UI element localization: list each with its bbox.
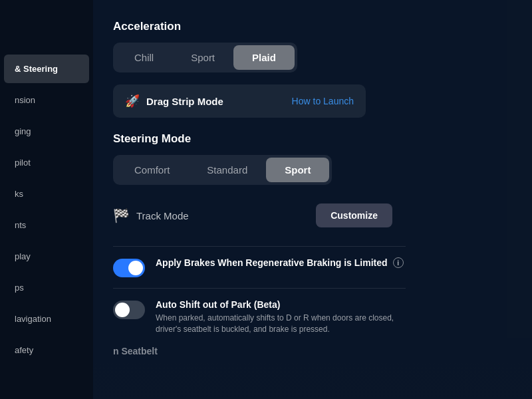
braking-slider bbox=[113, 259, 145, 277]
braking-toggle-row: Apply Brakes When Regenerative Braking i… bbox=[113, 257, 406, 277]
auto-shift-toggle-text: Auto Shift out of Park (Beta) When parke… bbox=[156, 299, 406, 335]
sidebar-item-display[interactable]: play bbox=[4, 242, 89, 271]
drag-strip-row[interactable]: 🚀 Drag Strip Mode How to Launch bbox=[113, 84, 366, 118]
customize-button[interactable]: Customize bbox=[316, 203, 392, 227]
seatbelt-label: n Seatbelt bbox=[113, 346, 512, 356]
sidebar-item-logging[interactable]: ging bbox=[4, 117, 89, 146]
acceleration-chill-button[interactable]: Chill bbox=[116, 45, 172, 70]
auto-shift-toggle[interactable] bbox=[113, 301, 145, 319]
auto-shift-toggle-title: Auto Shift out of Park (Beta) bbox=[156, 299, 406, 310]
auto-shift-slider bbox=[113, 301, 145, 319]
auto-shift-knob bbox=[115, 303, 130, 317]
drag-strip-label: Drag Strip Mode bbox=[146, 96, 223, 107]
sidebar-item-apps[interactable]: ps bbox=[4, 273, 89, 302]
steering-options: Comfort Standard Sport bbox=[113, 155, 332, 185]
track-mode-row: 🏁 Track Mode Customize bbox=[113, 197, 392, 234]
acceleration-sport-button[interactable]: Sport bbox=[172, 45, 233, 70]
divider-2 bbox=[113, 288, 406, 289]
how-to-launch-link[interactable]: How to Launch bbox=[292, 96, 354, 106]
braking-toggle[interactable] bbox=[113, 259, 145, 277]
sidebar-item-suspension[interactable]: nsion bbox=[4, 86, 89, 114]
braking-toggle-title: Apply Brakes When Regenerative Braking i… bbox=[156, 257, 406, 268]
acceleration-options: Chill Sport Plaid bbox=[113, 43, 297, 72]
auto-shift-toggle-row: Auto Shift out of Park (Beta) When parke… bbox=[113, 299, 406, 335]
braking-knob bbox=[128, 261, 143, 275]
sidebar-item-safety[interactable]: afety bbox=[4, 336, 89, 364]
sidebar-item-ks[interactable]: ks bbox=[4, 180, 89, 208]
flag-icon: 🏁 bbox=[113, 207, 130, 223]
acceleration-plaid-button[interactable]: Plaid bbox=[233, 45, 295, 70]
track-mode-left: 🏁 Track Mode bbox=[113, 207, 189, 223]
sidebar-item-nts[interactable]: nts bbox=[4, 211, 89, 239]
main-content: Acceleration Chill Sport Plaid 🚀 Drag St… bbox=[93, 0, 532, 399]
braking-toggle-text: Apply Brakes When Regenerative Braking i… bbox=[156, 257, 406, 268]
divider-1 bbox=[113, 246, 406, 247]
sidebar-item-autopilot[interactable]: pilot bbox=[4, 148, 89, 177]
auto-shift-desc: When parked, automatically shifts to D o… bbox=[156, 313, 406, 335]
steering-sport-button[interactable]: Sport bbox=[266, 158, 329, 182]
steering-comfort-button[interactable]: Comfort bbox=[116, 158, 188, 182]
steering-standard-button[interactable]: Standard bbox=[188, 158, 266, 182]
steering-title: Steering Mode bbox=[113, 132, 512, 146]
braking-info-icon[interactable]: i bbox=[393, 257, 404, 268]
track-mode-label: Track Mode bbox=[136, 210, 189, 221]
sidebar: & Steering nsion ging pilot ks nts play … bbox=[0, 0, 93, 399]
sidebar-item-steering[interactable]: & Steering bbox=[4, 55, 89, 83]
drag-strip-left: 🚀 Drag Strip Mode bbox=[125, 94, 223, 108]
acceleration-title: Acceleration bbox=[113, 20, 512, 33]
sidebar-item-navigation[interactable]: lavigation bbox=[4, 305, 89, 333]
rocket-icon: 🚀 bbox=[125, 94, 140, 108]
